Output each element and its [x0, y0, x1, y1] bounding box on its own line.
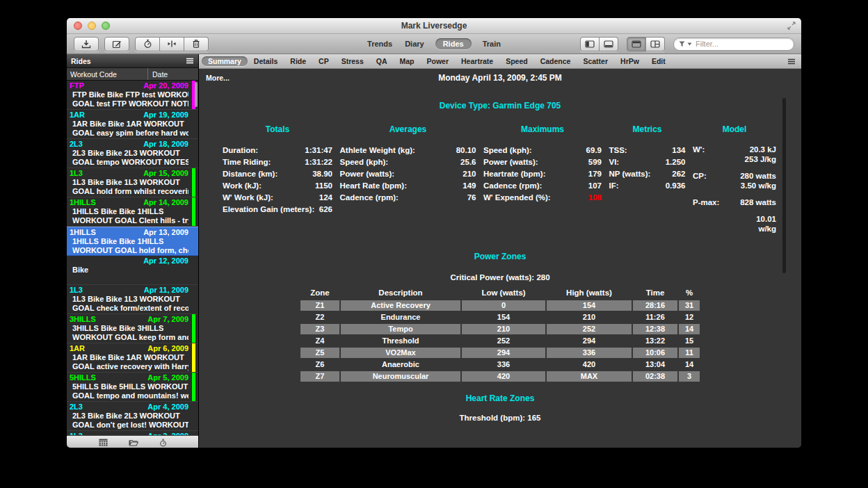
tiled-view-button[interactable] [646, 37, 665, 51]
delete-ride-button[interactable] [184, 37, 209, 51]
metric-value: 828 watts [740, 197, 776, 207]
fullscreen-icon[interactable] [787, 21, 796, 31]
ride-code: 1AR [70, 111, 85, 120]
rides-sidebar: Rides Workout Code Date FTPApr 20, 2009F… [67, 54, 199, 448]
tab-stress[interactable]: Stress [335, 56, 370, 66]
manual-entry-button[interactable] [104, 37, 129, 51]
critical-power-line: Critical Power (watts): 280 [199, 273, 801, 282]
ride-description: WORKOUT GOAL hold form, check [70, 246, 188, 255]
ride-code: 1L3 [70, 286, 83, 295]
sidebar-menu-icon[interactable] [186, 58, 194, 64]
ride-color-stripe [192, 168, 195, 197]
ride-item[interactable]: 3HILLSApr 7, 20093HILLS Bike Bike 3HILLS… [67, 314, 198, 343]
ride-description: FTP Bike Bike FTP test WORKOUT [70, 90, 188, 99]
perspective-tab-trends[interactable]: Trends [366, 38, 394, 49]
ride-description: 1HILLS Bike Bike 1HILLS [70, 207, 188, 216]
folder-icon[interactable] [129, 439, 138, 446]
tab-summary[interactable]: Summary [202, 56, 248, 66]
column-workout-code[interactable]: Workout Code [67, 68, 148, 80]
perspective-tab-diary[interactable]: Diary [403, 38, 426, 49]
tab-hrpw[interactable]: HrPw [614, 56, 645, 66]
zone-cell: 420 [547, 359, 632, 370]
view-menu-icon[interactable] [787, 58, 796, 65]
zone-cell: 336 [462, 359, 545, 370]
metric-label: IF: [609, 180, 619, 192]
tab-cp[interactable]: CP [312, 56, 335, 66]
tab-power[interactable]: Power [421, 56, 456, 66]
filter-input[interactable] [694, 39, 789, 49]
tab-heartrate[interactable]: Heartrate [455, 56, 499, 66]
ride-item[interactable]: 1HILLSApr 13, 20091HILLS Bike Bike 1HILL… [67, 227, 198, 256]
zone-cell: 210 [462, 324, 545, 334]
ride-item[interactable]: 1ARApr 6, 20091AR Bike Bike 1AR WORKOUTG… [67, 343, 198, 373]
stopwatch-icon[interactable] [159, 439, 167, 447]
metric-value: 253 J/kg [745, 154, 776, 164]
metric-value: 124 [319, 192, 332, 204]
ride-code: 2L3 [70, 402, 83, 412]
zone-cell: 12:38 [633, 324, 677, 334]
tab-details[interactable]: Details [248, 56, 284, 66]
calendar-icon[interactable] [99, 439, 108, 446]
ride-code: 2L3 [70, 140, 83, 149]
perspective-tab-rides[interactable]: Rides [435, 38, 472, 49]
ride-item[interactable]: FTPApr 20, 2009FTP Bike Bike FTP test WO… [67, 81, 198, 110]
ride-item[interactable]: 2L3Apr 18, 20092L3 Bike Bike 2L3 WORKOUT… [67, 139, 198, 168]
hr-threshold-line: Threshold (bpm): 165 [199, 414, 801, 422]
ride-item[interactable]: 1L3Apr 15, 20091L3 Bike Bike 1L3 WORKOUT… [67, 168, 198, 197]
toggle-sidebar-button[interactable] [580, 37, 600, 51]
zone-cell: 294 [547, 336, 632, 346]
ride-item[interactable]: 2L3Apr 4, 20092L3 Bike Bike 2L3 WORKOUTG… [67, 402, 198, 431]
ride-date: Apr 12, 2009 [143, 257, 188, 266]
content-scrollbar[interactable] [782, 98, 786, 273]
ride-description: GOAL active recovery with Harry [70, 362, 188, 371]
ride-item[interactable]: Apr 12, 2009Bike [67, 256, 198, 285]
minimize-button[interactable] [88, 22, 96, 30]
tab-edit[interactable]: Edit [645, 56, 672, 66]
ride-item[interactable]: 1ARApr 19, 20091AR Bike Bike 1AR WORKOUT… [67, 110, 198, 139]
ride-code: 5HILLS [70, 373, 96, 382]
perspective-tab-train[interactable]: Train [481, 38, 502, 49]
tab-cadence[interactable]: Cadence [534, 56, 577, 66]
ride-item[interactable]: 1L3Apr 3, 2009 [67, 431, 198, 435]
filter-field[interactable] [673, 38, 794, 51]
sidebar-scrollbar[interactable] [195, 82, 198, 107]
zone-cell: 11:26 [633, 312, 677, 323]
ride-description: 1L3 Bike Bike 1L3 WORKOUT [70, 295, 188, 304]
ride-description: 1AR Bike Bike 1AR WORKOUT [70, 353, 188, 362]
zone-cell: 31 [679, 300, 700, 311]
metric-value: 280 watts [740, 171, 776, 181]
column-date[interactable]: Date [148, 70, 198, 79]
zone-cell: VO2Max [341, 348, 460, 358]
tab-ride[interactable]: Ride [284, 56, 312, 66]
section-averages: AveragesAthlete Weight (kg):80.10Speed (… [340, 124, 476, 234]
ride-item[interactable]: 1L3Apr 11, 20091L3 Bike Bike 1L3 WORKOUT… [67, 285, 198, 314]
metric-label: W' Expended (%): [483, 192, 551, 204]
tabbed-view-button[interactable] [627, 37, 646, 51]
tab-scatter[interactable]: Scatter [577, 56, 614, 66]
metric-label: TSS: [609, 145, 627, 156]
power-zones-table: ZoneDescriptionLow (watts)High (watts)Ti… [300, 288, 700, 382]
tab-map[interactable]: Map [394, 56, 421, 66]
close-button[interactable] [74, 22, 82, 30]
metric-label: VI: [609, 156, 620, 168]
zone-cell: Anaerobic [341, 359, 460, 370]
toggle-bottombar-button[interactable] [600, 37, 618, 51]
stopwatch-button[interactable] [135, 37, 160, 51]
metric-value: 3.50 w/kg [741, 181, 776, 190]
metric-label: Cadence (rpm): [340, 192, 399, 204]
ride-date: Apr 13, 2009 [143, 228, 188, 237]
zoom-button[interactable] [102, 22, 110, 30]
download-ride-button[interactable] [74, 37, 99, 51]
metric-value: 76 [467, 192, 476, 204]
metric-label: Time Riding: [223, 156, 271, 168]
more-link[interactable]: More... [206, 74, 230, 82]
split-ride-button[interactable] [160, 37, 184, 51]
tab-speed[interactable]: Speed [499, 56, 534, 66]
power-zones-body: Z1Active Recovery015428:1631Z2Endurance1… [300, 300, 700, 382]
tab-qa[interactable]: QA [370, 56, 394, 66]
sidebar-bottom-toolbar [67, 435, 198, 448]
ride-date: Apr 7, 2009 [147, 315, 188, 324]
ride-item[interactable]: 1HILLSApr 14, 20091HILLS Bike Bike 1HILL… [67, 197, 198, 227]
zone-cell: 11 [679, 348, 700, 358]
ride-item[interactable]: 5HILLSApr 5, 20095HILLS Bike 5HILLS WORK… [67, 373, 198, 402]
